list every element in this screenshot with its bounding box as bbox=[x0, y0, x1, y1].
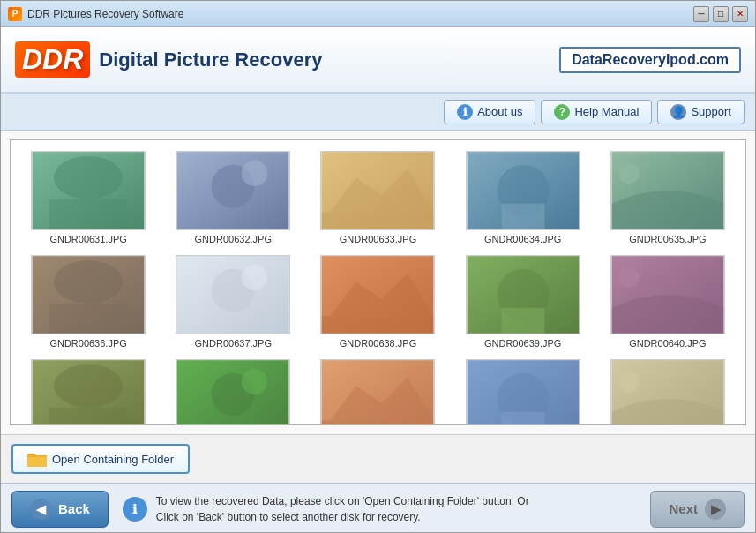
next-label: Next bbox=[669, 501, 698, 516]
image-filename: GNDR00631.JPG bbox=[49, 234, 126, 244]
about-label: About us bbox=[477, 105, 522, 118]
image-thumbnail bbox=[466, 151, 580, 230]
list-item[interactable]: GNDR00644.JPG bbox=[456, 359, 590, 425]
ddr-logo: DDR bbox=[15, 41, 90, 78]
image-thumbnail bbox=[320, 151, 435, 230]
svg-rect-9 bbox=[322, 212, 434, 229]
svg-rect-20 bbox=[49, 304, 127, 334]
help-button[interactable]: ? Help Manual bbox=[541, 100, 652, 124]
image-filename: GNDR00633.JPG bbox=[340, 234, 416, 244]
title-bar-left: P DDR Pictures Recovery Software bbox=[8, 7, 183, 21]
image-thumbnail bbox=[31, 151, 146, 230]
image-thumbnail bbox=[176, 359, 290, 425]
main-content: GNDR00631.JPG GNDR00632.JPG GNDR bbox=[1, 131, 755, 434]
svg-point-16 bbox=[618, 163, 639, 184]
info-line-1: To view the recovered Data, please click… bbox=[156, 493, 529, 509]
image-thumbnail bbox=[610, 359, 725, 425]
list-item[interactable]: GNDR00639.JPG bbox=[456, 255, 590, 349]
header-left: DDR Digital Picture Recovery bbox=[15, 41, 322, 78]
maximize-button[interactable]: □ bbox=[713, 6, 729, 22]
image-thumbnail bbox=[320, 359, 435, 425]
list-item[interactable]: GNDR00638.JPG bbox=[311, 255, 445, 349]
nav-buttons: ℹ About us ? Help Manual 👤 Support bbox=[1, 94, 755, 131]
list-item[interactable]: GNDR00636.JPG bbox=[21, 255, 155, 349]
svg-point-19 bbox=[54, 260, 123, 304]
list-item[interactable]: GNDR00641.JPG bbox=[21, 359, 155, 425]
image-thumbnail bbox=[31, 255, 146, 334]
image-thumbnail bbox=[320, 255, 435, 334]
image-thumbnail bbox=[610, 255, 725, 334]
image-filename: GNDR00639.JPG bbox=[484, 338, 561, 349]
list-item[interactable]: GNDR00637.JPG bbox=[166, 255, 300, 349]
support-label: Support bbox=[691, 105, 731, 118]
svg-point-42 bbox=[242, 369, 267, 394]
image-filename: GNDR00637.JPG bbox=[195, 338, 272, 349]
image-thumbnail bbox=[31, 359, 146, 425]
svg-rect-27 bbox=[322, 316, 434, 334]
back-arrow-icon: ◀ bbox=[30, 499, 51, 520]
svg-rect-45 bbox=[322, 420, 434, 425]
svg-rect-13 bbox=[501, 204, 544, 229]
svg-point-52 bbox=[618, 372, 639, 392]
image-thumbnail bbox=[466, 255, 580, 334]
image-filename: GNDR00634.JPG bbox=[484, 234, 561, 244]
bottom-bar: ◀ Back ℹ To view the recovered Data, ple… bbox=[1, 483, 755, 533]
svg-point-1 bbox=[54, 156, 123, 199]
image-filename: GNDR00640.JPG bbox=[629, 338, 706, 349]
info-circle-icon: ℹ bbox=[123, 497, 147, 522]
title-bar-controls: ─ □ ✕ bbox=[693, 6, 748, 22]
svg-rect-2 bbox=[49, 199, 127, 229]
app-icon: P bbox=[8, 7, 22, 21]
close-button[interactable]: ✕ bbox=[732, 6, 748, 22]
image-filename: GNDR00632.JPG bbox=[195, 234, 272, 244]
minimize-button[interactable]: ─ bbox=[693, 6, 709, 22]
image-grid-container[interactable]: GNDR00631.JPG GNDR00632.JPG GNDR bbox=[10, 139, 746, 425]
image-filename: GNDR00638.JPG bbox=[340, 338, 416, 349]
header: DDR Digital Picture Recovery DataRecover… bbox=[1, 27, 755, 94]
title-bar: P DDR Pictures Recovery Software ─ □ ✕ bbox=[1, 1, 755, 27]
image-thumbnail bbox=[176, 255, 290, 334]
list-item[interactable]: GNDR00632.JPG bbox=[166, 151, 300, 244]
list-item[interactable]: GNDR00640.JPG bbox=[601, 255, 735, 349]
list-item[interactable]: GNDR00633.JPG bbox=[311, 151, 445, 244]
image-filename: GNDR00635.JPG bbox=[629, 234, 706, 244]
list-item[interactable]: GNDR00634.JPG bbox=[456, 151, 590, 244]
open-folder-label: Open Containing Folder bbox=[52, 453, 174, 466]
svg-rect-38 bbox=[49, 408, 127, 425]
image-filename: GNDR00636.JPG bbox=[49, 338, 126, 349]
svg-point-37 bbox=[54, 364, 123, 408]
list-item[interactable]: GNDR00642.JPG bbox=[166, 359, 300, 425]
info-line-2: Click on 'Back' button to select another… bbox=[156, 509, 529, 525]
svg-rect-56 bbox=[27, 457, 47, 467]
back-button[interactable]: ◀ Back bbox=[11, 491, 109, 528]
image-grid: GNDR00631.JPG GNDR00632.JPG GNDR bbox=[18, 147, 738, 425]
back-label: Back bbox=[58, 501, 90, 516]
image-thumbnail bbox=[466, 359, 580, 425]
folder-icon bbox=[27, 451, 47, 467]
svg-point-6 bbox=[242, 161, 267, 186]
list-item[interactable]: GNDR00631.JPG bbox=[21, 151, 155, 244]
person-icon: 👤 bbox=[670, 104, 686, 120]
about-button[interactable]: ℹ About us bbox=[444, 100, 535, 124]
support-button[interactable]: 👤 Support bbox=[657, 100, 745, 124]
svg-rect-31 bbox=[501, 308, 544, 334]
svg-point-34 bbox=[618, 267, 639, 288]
website-badge: DataRecoveryIpod.com bbox=[559, 47, 741, 73]
image-thumbnail bbox=[610, 151, 725, 230]
info-icon: ℹ bbox=[457, 104, 473, 120]
svg-rect-49 bbox=[501, 412, 544, 425]
app-title: Digital Picture Recovery bbox=[99, 49, 322, 71]
help-label: Help Manual bbox=[574, 105, 639, 118]
bottom-info-text: To view the recovered Data, please click… bbox=[156, 493, 529, 525]
svg-point-24 bbox=[242, 265, 267, 290]
next-button[interactable]: Next ▶ bbox=[650, 491, 745, 528]
open-folder-button[interactable]: Open Containing Folder bbox=[11, 444, 190, 474]
image-thumbnail bbox=[176, 151, 290, 230]
title-bar-title: DDR Pictures Recovery Software bbox=[27, 8, 183, 20]
list-item[interactable]: GNDR00635.JPG bbox=[601, 151, 735, 244]
list-item[interactable]: GNDR00643.JPG bbox=[311, 359, 445, 425]
folder-bar: Open Containing Folder bbox=[1, 434, 755, 483]
question-icon: ? bbox=[554, 104, 570, 120]
list-item[interactable]: GNDR00645.JPG bbox=[601, 359, 735, 425]
next-arrow-icon: ▶ bbox=[705, 499, 726, 520]
